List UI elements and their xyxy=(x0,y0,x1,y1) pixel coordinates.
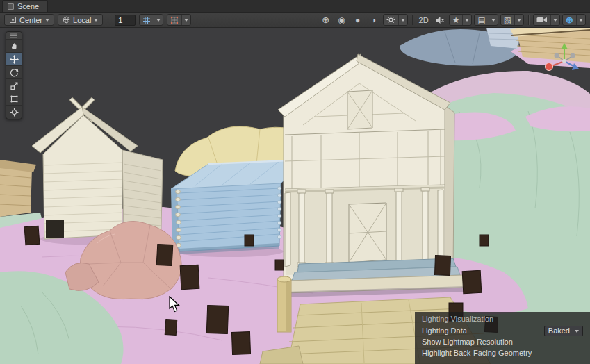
chevron-down-icon xyxy=(94,19,98,22)
hand-icon xyxy=(10,42,19,51)
layers-icon[interactable]: ▤ xyxy=(475,15,488,25)
hatched-square-icon[interactable]: ▧ xyxy=(501,15,514,25)
scene-toolbar: Center Local xyxy=(0,13,590,28)
view-options-cluster: ⊕ ◉ ● ◑ 2D xyxy=(319,14,586,26)
pivot-mode-dropdown[interactable]: Center xyxy=(4,14,54,26)
gizmos-split-button[interactable]: ⊕ xyxy=(562,14,586,26)
snap-settings-icon[interactable] xyxy=(167,15,181,25)
effects-split-button[interactable]: ★ xyxy=(449,14,473,26)
scale-tool-button[interactable] xyxy=(6,79,22,92)
tool-strip-grip[interactable] xyxy=(6,32,22,40)
tab-label: Scene xyxy=(17,2,39,10)
filled-circle-icon: ● xyxy=(355,16,360,24)
lighting-data-value: Baked xyxy=(548,326,570,335)
wireframe-orb-button[interactable]: ◉ xyxy=(335,14,349,26)
draw-mode-button[interactable]: ⊕ xyxy=(319,14,333,26)
rotate-tool-button[interactable] xyxy=(6,66,22,79)
grid-snap-split-button[interactable] xyxy=(139,14,163,26)
show-lightmap-resolution-row[interactable]: Show Lightmap Resolution xyxy=(422,336,583,347)
rect-tool-icon xyxy=(10,94,19,104)
gizmos-options[interactable] xyxy=(576,15,585,25)
snap-settings-split-button[interactable] xyxy=(167,14,191,26)
lighting-panel-title: Lighting Visualization xyxy=(422,315,583,325)
blue-target-icon[interactable]: ⊕ xyxy=(563,15,576,25)
sun-icon[interactable] xyxy=(384,15,398,25)
camera-split-button[interactable] xyxy=(533,14,560,26)
layers-split-button[interactable]: ▤ xyxy=(474,14,498,26)
layers-options[interactable] xyxy=(489,15,498,25)
tool-strip xyxy=(6,31,22,119)
lighting-data-dropdown[interactable]: Baked xyxy=(544,326,583,336)
tab-bar: Scene xyxy=(0,0,590,13)
lighting-visualization-panel: Lighting Visualization Lighting Data Bak… xyxy=(415,312,590,364)
highlight-backfacing-label: Highlight Back-Facing Geometry xyxy=(422,349,532,357)
2d-toggle-button[interactable]: 2D xyxy=(417,14,431,26)
scene-tab-icon xyxy=(8,3,14,10)
tab-scene[interactable]: Scene xyxy=(2,0,48,12)
pivot-icon xyxy=(9,16,17,24)
effects-options[interactable] xyxy=(462,15,471,25)
handle-space-label: Local xyxy=(73,16,91,24)
toolbar-separator xyxy=(528,15,529,25)
globe-icon xyxy=(63,16,70,24)
scene-lighting-options[interactable] xyxy=(398,15,407,25)
camera-options[interactable] xyxy=(550,15,559,25)
scene-viewport[interactable]: Lighting Visualization Lighting Data Bak… xyxy=(0,28,590,364)
snap-increment-field[interactable] xyxy=(115,15,136,26)
fisheye-icon: ◉ xyxy=(338,16,345,24)
chevron-down-icon xyxy=(575,330,579,333)
camera-icon[interactable] xyxy=(534,15,550,25)
transform-tool-button[interactable] xyxy=(6,106,22,119)
rotate-icon xyxy=(10,68,19,77)
lighting-data-row: Lighting Data Baked xyxy=(422,325,583,336)
overlay-split-button[interactable]: ▧ xyxy=(500,14,524,26)
grid-snap-options[interactable] xyxy=(154,15,163,25)
overlay-options[interactable] xyxy=(514,15,523,25)
chevron-down-icon xyxy=(45,19,49,22)
shaded-orb-button[interactable]: ● xyxy=(351,14,365,26)
highlight-backfacing-row[interactable]: Highlight Back-Facing Geometry xyxy=(422,347,583,358)
toolbar-separator xyxy=(412,15,413,25)
cylinder-post[interactable] xyxy=(277,276,291,332)
move-tool-button[interactable] xyxy=(6,53,22,66)
shadow-orb-button[interactable]: ◑ xyxy=(367,14,381,26)
speaker-mute-icon xyxy=(435,16,445,24)
lighting-data-label: Lighting Data xyxy=(422,326,467,335)
snap-settings-options[interactable] xyxy=(181,15,190,25)
scale-icon xyxy=(10,81,19,90)
unity-scene-view-window: Scene Center Local xyxy=(0,0,590,364)
half-circle-icon: ◑ xyxy=(371,16,376,24)
star-icon[interactable]: ★ xyxy=(450,15,463,25)
move-arrows-icon xyxy=(10,55,19,64)
scene-lighting-split-button[interactable] xyxy=(383,14,408,26)
rect-tool-button[interactable] xyxy=(6,92,22,106)
audio-toggle-button[interactable] xyxy=(433,14,447,26)
crosshair-circle-icon: ⊕ xyxy=(322,15,329,24)
handle-space-dropdown[interactable]: Local xyxy=(58,14,103,26)
pan-tool-button[interactable] xyxy=(6,40,22,53)
2d-label: 2D xyxy=(419,16,429,24)
transform-icon xyxy=(10,108,19,117)
grid-snap-icon[interactable] xyxy=(140,15,154,25)
show-lightmap-resolution-label: Show Lightmap Resolution xyxy=(422,338,513,346)
pivot-mode-label: Center xyxy=(19,16,42,24)
